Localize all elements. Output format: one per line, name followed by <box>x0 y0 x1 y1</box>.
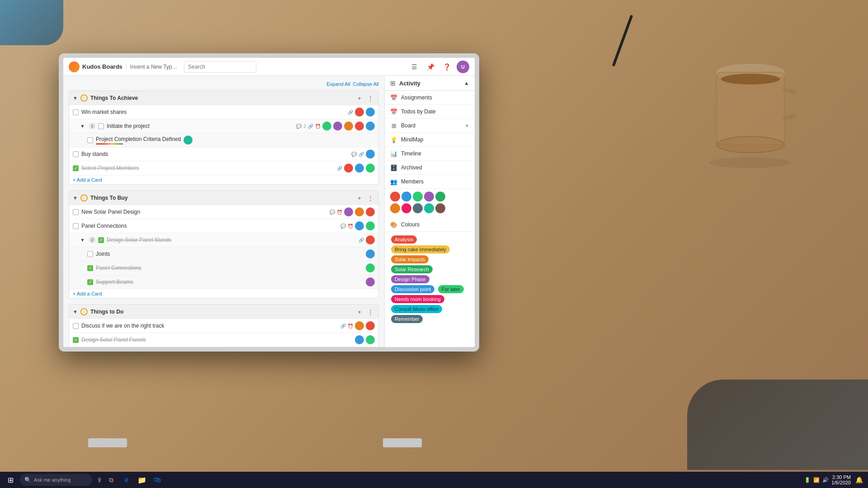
avatar <box>355 207 364 216</box>
checkbox-completion[interactable] <box>87 137 93 143</box>
taskbar-system-tray: 🔋 📶 🔊 2:30 PM 1/6/2020 🔔 <box>804 474 864 485</box>
search-input[interactable] <box>184 61 256 73</box>
taskbar-mic-icon[interactable]: 🎙 <box>97 477 103 483</box>
avatar <box>344 164 353 173</box>
member-avatar <box>390 203 400 213</box>
logo-area: Kudos Boards <box>69 61 123 72</box>
filter-icon[interactable]: ☰ <box>408 61 420 73</box>
checkbox-buy-stands[interactable] <box>73 151 79 157</box>
sidebar-item-colours[interactable]: 🎨 Colours <box>385 218 475 232</box>
help-icon[interactable]: ❓ <box>440 61 453 73</box>
colour-tag-solar-impacts[interactable]: Solar Impacts <box>391 255 429 263</box>
colour-tag-design-phase[interactable]: Design Phase <box>391 275 429 283</box>
sidebar-item-assignments[interactable]: 📅 Assignments <box>385 91 475 105</box>
colour-tag-consult-moon[interactable]: Consult Moon office <box>391 305 442 313</box>
card-panel-connections: Panel Connections 💬 ⏰ <box>69 219 378 233</box>
checkbox-solar-design[interactable] <box>73 209 79 215</box>
card-buy-stands: Buy stands 💬 🔗 <box>69 147 378 161</box>
timeline-icon: 📊 <box>390 150 397 157</box>
notification-icon[interactable]: 🔔 <box>854 474 864 485</box>
checkbox-support-beams[interactable]: ✓ <box>87 279 93 285</box>
sub-expand-stands[interactable]: ▼ <box>80 237 86 243</box>
checkbox-design-solar[interactable]: ✓ <box>73 337 79 343</box>
pin-icon[interactable]: 📌 <box>424 61 437 73</box>
members-icon: 👥 <box>390 178 397 185</box>
dark-cloth-accent <box>687 380 868 470</box>
add-card-btn-2[interactable]: + <box>355 193 364 202</box>
nav-label-mindmap: MindMap <box>401 136 469 143</box>
card-support-beams: ✓ Support Beams <box>69 275 378 289</box>
checkbox-win-market[interactable] <box>73 109 79 115</box>
add-card-button-list1[interactable]: + Add a Card <box>69 175 106 184</box>
avatar <box>366 207 375 216</box>
sidebar-item-archived[interactable]: 🗄️ Archived <box>385 161 475 175</box>
edge-icon[interactable]: e <box>121 474 132 486</box>
explorer-icon[interactable]: 📁 <box>136 474 148 486</box>
user-avatar[interactable]: U <box>457 61 469 73</box>
task-view-icon[interactable]: ⧉ <box>105 474 117 486</box>
add-card-btn-1[interactable]: + <box>355 94 364 103</box>
collapse-all-button[interactable]: Collapse All <box>353 81 379 87</box>
colour-tag-solar-research[interactable]: Solar Research <box>391 265 433 273</box>
checkbox-design-stands[interactable]: ✓ <box>98 237 104 243</box>
start-button[interactable]: ⊞ <box>4 473 17 487</box>
taskbar-time-display: 2:30 PM <box>831 474 851 480</box>
add-card-button-list2[interactable]: + Add a Card <box>69 289 106 298</box>
sidebar-collapse-button[interactable]: ▲ <box>464 80 469 86</box>
link-icon: 🔗 <box>348 110 353 115</box>
checkbox-discuss[interactable] <box>73 323 79 329</box>
member-avatar <box>424 192 434 202</box>
expand-circle: 1 <box>89 123 95 129</box>
card-text-win-market: Win market shares <box>81 109 345 115</box>
card-panel-conn-sub: ✓ Panel Connections <box>69 261 378 275</box>
card-select-members: ✓ Select Project Members 🔗 <box>69 161 378 175</box>
colour-tag-analysis[interactable]: Analysis <box>391 235 417 244</box>
list-actions-1: + ⋮ <box>355 94 375 103</box>
list-header-1: ▼ ○ Things To Achieve + ⋮ <box>69 91 378 105</box>
sidebar-item-todos-by-date[interactable]: 📅 Todos by Date <box>385 105 475 119</box>
link-icon: 🔗 <box>340 324 346 328</box>
laptop-container: Kudos Boards Invent a New Type of Sol...… <box>59 53 479 352</box>
sidebar-item-mindmap[interactable]: 💡 MindMap <box>385 133 475 147</box>
avatar <box>355 122 364 131</box>
checkbox-initiate[interactable] <box>98 123 104 129</box>
checkbox-panel-conn[interactable] <box>73 223 79 229</box>
checkbox-select-members[interactable]: ✓ <box>73 165 79 171</box>
checkbox-panel-conn-sub[interactable]: ✓ <box>87 265 93 271</box>
list-toggle-2[interactable]: ▼ <box>73 195 78 201</box>
list-toggle-3[interactable]: ▼ <box>73 309 78 314</box>
card-joints: Joints <box>69 247 378 261</box>
card-text-buy-stands: Buy stands <box>81 151 349 157</box>
taskbar-search-box[interactable]: 🔍 Ask me anything <box>20 474 92 486</box>
member-avatars-row1 <box>390 192 469 202</box>
card-text-discuss: Discuss if we are on the right track <box>81 323 338 329</box>
link-icon: 🔗 <box>308 124 313 129</box>
member-avatar <box>401 203 411 213</box>
taskbar-clock: 2:30 PM 1/6/2020 <box>831 474 851 485</box>
card-discuss-track: Discuss if we are on the right track 🔗 ⏰ <box>69 319 378 333</box>
taskbar-search-placeholder: Ask me anything <box>34 477 71 483</box>
list-toggle-1[interactable]: ▼ <box>73 95 78 101</box>
sub-expand-btn[interactable]: ▼ <box>80 123 86 129</box>
list-menu-btn-2[interactable]: ⋮ <box>366 193 375 202</box>
avatar <box>366 321 375 330</box>
timer-icon: ⏰ <box>337 210 342 215</box>
sidebar-item-timeline[interactable]: 📊 Timeline <box>385 147 475 161</box>
sidebar-item-board[interactable]: ⊞ Board ▼ <box>385 119 475 133</box>
completion-text-area: Project Completion Criteria Defined <box>96 136 181 145</box>
colour-tag-needs-room[interactable]: Needs room booking <box>391 295 444 303</box>
colour-tag-cake[interactable]: Bring cake immediately <box>391 245 450 253</box>
colour-tag-for-later[interactable]: For later <box>438 285 464 293</box>
list-menu-btn-3[interactable]: ⋮ <box>366 307 375 316</box>
member-avatars-row2 <box>390 203 469 213</box>
sidebar-header-title: Activity <box>399 80 460 87</box>
colour-tag-discussion[interactable]: Discussion point <box>391 285 434 293</box>
store-icon[interactable]: 🛍 <box>151 474 163 486</box>
checkbox-joints[interactable] <box>87 251 93 257</box>
sidebar-item-members[interactable]: 👥 Members <box>385 175 475 189</box>
list-things-to-do: ▼ ○ Things to Do + ⋮ Discuss if we are o… <box>69 304 379 347</box>
expand-all-button[interactable]: Expand All <box>327 81 350 87</box>
colour-tag-remember[interactable]: Remember <box>391 315 423 323</box>
add-card-btn-3[interactable]: + <box>355 307 364 316</box>
list-menu-btn-1[interactable]: ⋮ <box>366 94 375 103</box>
